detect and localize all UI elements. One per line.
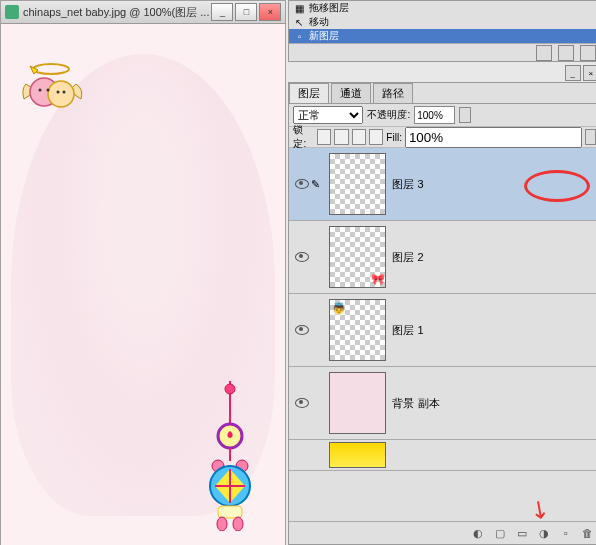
history-item[interactable]: ▫ 新图层 [289,29,596,43]
file-icon [5,5,19,19]
history-label: 移动 [309,15,329,29]
layer-name[interactable]: 背景 副本 [392,396,595,411]
panel-minimize-button[interactable]: _ [565,65,581,81]
layer-thumbnail[interactable] [329,153,386,215]
history-label: 拖移图层 [309,1,349,15]
lock-all-icon[interactable] [369,129,383,145]
layer-name[interactable]: 图层 3 [392,177,595,192]
svg-point-16 [233,517,243,531]
svg-point-2 [48,81,74,107]
pendant-sticker [200,381,260,531]
panel-close-button[interactable]: × [583,65,596,81]
visibility-eye-icon[interactable] [295,252,309,262]
window-title: chinaps_net baby.jpg @ 100%(图层 ... [23,5,209,20]
visibility-eye-icon[interactable] [295,179,309,189]
svg-point-8 [225,384,235,394]
history-delete-icon[interactable] [580,45,596,61]
layer-folder-icon[interactable]: ▭ [514,525,530,541]
opacity-input[interactable] [414,106,455,124]
layer-row[interactable]: 👼 图层 1 [289,294,596,367]
fill-input[interactable] [405,127,582,148]
tab-layers[interactable]: 图层 [289,83,329,103]
visibility-eye-icon[interactable] [295,398,309,408]
history-new-doc-icon[interactable] [536,45,552,61]
layer-thumbnail[interactable]: 🎀 [329,226,386,288]
layers-panel: 图层 通道 路径 正常 不透明度: 锁定: Fill: ✎ [288,82,596,545]
layer-thumbnail[interactable] [329,372,386,434]
close-button[interactable]: × [259,3,281,21]
layer-name[interactable]: 图层 2 [392,250,595,265]
svg-point-4 [47,89,50,92]
angel-sticker [16,54,96,124]
new-layer-icon: ▫ [293,30,305,42]
svg-rect-14 [218,506,242,518]
layer-style-icon[interactable]: ◐ [470,525,486,541]
svg-point-6 [63,91,66,94]
tab-channels[interactable]: 通道 [331,83,371,103]
svg-point-15 [217,517,227,531]
svg-point-0 [33,64,69,74]
layer-row[interactable]: 背景 副本 [289,367,596,440]
link-column[interactable]: ✎ [311,178,329,191]
maximize-button[interactable]: □ [235,3,257,21]
move-icon: ↖ [293,16,305,28]
blend-mode-select[interactable]: 正常 [293,106,363,124]
adjustment-layer-icon[interactable]: ◑ [536,525,552,541]
history-item[interactable]: ▦ 拖移图层 [289,1,596,15]
history-panel: ▦ 拖移图层 ↖ 移动 ▫ 新图层 [288,0,596,62]
fill-label: Fill: [386,132,402,143]
layer-list: ✎ 图层 3 🎀 图层 2 👼 图层 1 背景 副本 [289,148,596,521]
layer-row[interactable]: 🎀 图层 2 [289,221,596,294]
opacity-label: 不透明度: [367,108,410,122]
tab-paths[interactable]: 路径 [373,83,413,103]
fill-slider-button[interactable] [585,129,596,145]
history-snapshot-icon[interactable] [558,45,574,61]
sticker-preview: 🎀 [371,273,383,285]
layer-row[interactable]: ✎ 图层 3 [289,148,596,221]
visibility-eye-icon[interactable] [295,325,309,335]
lock-position-icon[interactable] [352,129,366,145]
sticker-preview: 👼 [332,302,344,314]
minimize-button[interactable]: _ [211,3,233,21]
layer-mask-icon[interactable]: ▢ [492,525,508,541]
layer-name[interactable]: 图层 1 [392,323,595,338]
annotation-arrow: ↘ [524,492,556,521]
history-item[interactable]: ↖ 移动 [289,15,596,29]
new-layer-icon[interactable]: ▫ [558,525,574,541]
layer-thumbnail[interactable] [329,442,386,468]
drag-layer-icon: ▦ [293,2,305,14]
lock-transparency-icon[interactable] [317,129,331,145]
layer-row[interactable] [289,440,596,471]
document-canvas[interactable] [1,24,285,545]
layer-thumbnail[interactable]: 👼 [329,299,386,361]
svg-point-3 [39,89,42,92]
delete-layer-icon[interactable]: 🗑 [580,525,596,541]
history-label: 新图层 [309,29,339,43]
lock-paint-icon[interactable] [334,129,348,145]
opacity-slider-button[interactable] [459,107,471,123]
svg-point-5 [57,91,60,94]
lock-label: 锁定: [293,123,313,151]
